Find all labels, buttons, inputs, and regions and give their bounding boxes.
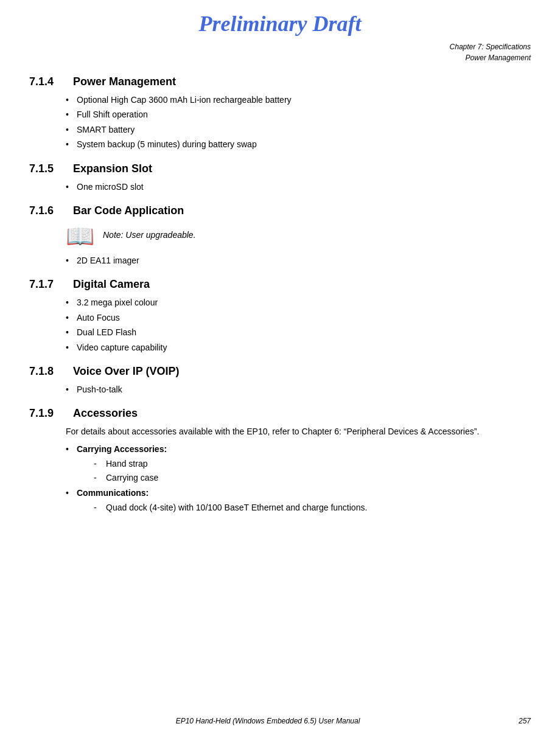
list-item: Optional High Cap 3600 mAh Li-ion rechar… [66, 93, 531, 106]
list-item: Carrying Accessories: Hand strap Carryin… [66, 442, 531, 485]
main-content: 7.1.4 Power Management Optional High Cap… [0, 63, 560, 532]
section-number-714: 7.1.4 [29, 75, 62, 88]
section-name-716: Bar Code Application [73, 204, 184, 217]
chapter-header: Chapter 7: Specifications Power Manageme… [0, 39, 560, 63]
section-716: 7.1.6 Bar Code Application 📖 Note: User … [29, 204, 531, 267]
bullet-list-715: One microSD slot [29, 180, 531, 193]
section-715: 7.1.5 Expansion Slot One microSD slot [29, 162, 531, 193]
section-name-715: Expansion Slot [73, 162, 152, 175]
bullet-list-716: 2D EA11 imager [29, 254, 531, 267]
footer-center: EP10 Hand-Held (Windows Embedded 6.5) Us… [29, 717, 506, 725]
bullet-list-717: 3.2 mega pixel colour Auto Focus Dual LE… [29, 296, 531, 354]
chapter-title: Chapter 7: Specifications [0, 41, 531, 52]
list-item: Hand strap [94, 457, 531, 470]
list-item: System backup (5 minutes) during battery… [66, 138, 531, 151]
book-icon: 📖 [66, 225, 94, 248]
section-heading-717: 7.1.7 Digital Camera [29, 278, 531, 291]
section-number-719: 7.1.9 [29, 407, 62, 420]
section-number-718: 7.1.8 [29, 365, 62, 378]
list-item: 3.2 mega pixel colour [66, 296, 531, 309]
list-item: Full Shift operation [66, 108, 531, 121]
list-item: Video capture capability [66, 341, 531, 354]
section-name-719: Accessories [73, 407, 138, 420]
list-item: Communications: Quad dock (4-site) with … [66, 486, 531, 515]
list-item: Quad dock (4-site) with 10/100 BaseT Eth… [94, 501, 531, 514]
section-719: 7.1.9 Accessories For details about acce… [29, 407, 531, 514]
note-box-716: 📖 Note: User upgradeable. [66, 223, 531, 248]
accessories-para: For details about accessories available … [29, 425, 531, 438]
carrying-dash-list: Hand strap Carrying case [77, 457, 531, 485]
section-heading-719: 7.1.9 Accessories [29, 407, 531, 420]
bullet-list-714: Optional High Cap 3600 mAh Li-ion rechar… [29, 93, 531, 152]
bullet-list-718: Push-to-talk [29, 383, 531, 396]
section-number-716: 7.1.6 [29, 204, 62, 217]
note-text-716: Note: User upgradeable. [103, 223, 196, 243]
section-name-718: Voice Over IP (VOIP) [73, 365, 179, 378]
communications-label: Communications: [77, 488, 149, 498]
page-footer: EP10 Hand-Held (Windows Embedded 6.5) Us… [0, 717, 560, 725]
list-item: Push-to-talk [66, 383, 531, 396]
list-item: One microSD slot [66, 180, 531, 193]
list-item: Auto Focus [66, 311, 531, 324]
section-heading-714: 7.1.4 Power Management [29, 75, 531, 88]
section-heading-718: 7.1.8 Voice Over IP (VOIP) [29, 365, 531, 378]
accessories-list: Carrying Accessories: Hand strap Carryin… [29, 442, 531, 515]
list-item: 2D EA11 imager [66, 254, 531, 267]
list-item: Carrying case [94, 471, 531, 484]
section-718: 7.1.8 Voice Over IP (VOIP) Push-to-talk [29, 365, 531, 396]
communications-dash-list: Quad dock (4-site) with 10/100 BaseT Eth… [77, 501, 531, 514]
section-number-717: 7.1.7 [29, 278, 62, 291]
page-title: Preliminary Draft [0, 0, 560, 39]
chapter-subtitle: Power Management [0, 52, 531, 63]
section-number-715: 7.1.5 [29, 162, 62, 175]
footer-page: 257 [506, 717, 531, 725]
section-714: 7.1.4 Power Management Optional High Cap… [29, 75, 531, 152]
section-717: 7.1.7 Digital Camera 3.2 mega pixel colo… [29, 278, 531, 354]
section-heading-715: 7.1.5 Expansion Slot [29, 162, 531, 175]
list-item: Dual LED Flash [66, 326, 531, 339]
list-item: SMART battery [66, 123, 531, 136]
section-name-717: Digital Camera [73, 278, 150, 291]
carrying-accessories-label: Carrying Accessories: [77, 444, 167, 454]
section-heading-716: 7.1.6 Bar Code Application [29, 204, 531, 217]
section-name-714: Power Management [73, 75, 176, 88]
